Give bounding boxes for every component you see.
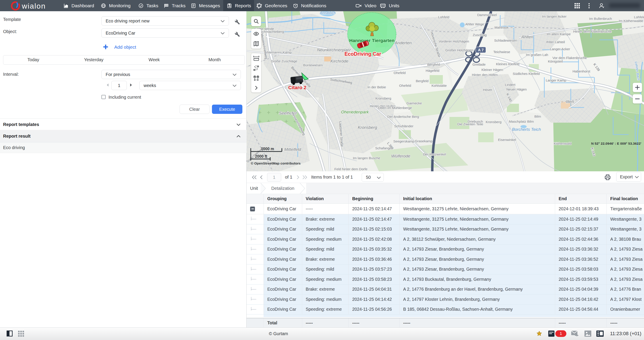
- svg-text:Feld hinter dem Dorfe: Feld hinter dem Dorfe: [334, 167, 368, 171]
- svg-text:Großer Holzhägen: Großer Holzhägen: [445, 48, 474, 52]
- svg-text:Dammwinkel: Dammwinkel: [477, 13, 497, 17]
- svg-text:Gretlade: Gretlade: [472, 63, 486, 66]
- svg-text:Südliches Kleifeld: Südliches Kleifeld: [513, 72, 540, 76]
- svg-text:Neuer Hägen: Neuer Hägen: [506, 87, 527, 91]
- svg-text:Hinter dem Flakenbruche: Hinter dem Flakenbruche: [573, 29, 612, 33]
- svg-text:Bergfeld: Bergfeld: [427, 63, 440, 66]
- svg-text:Ihlter Lahteil: Ihlter Lahteil: [546, 40, 565, 44]
- svg-text:Hägefeld: Hägefeld: [426, 69, 439, 72]
- svg-text:Ohefeld: Ohefeld: [399, 84, 411, 87]
- svg-text:Vorderer Holzhägen: Vorderer Holzhägen: [439, 39, 469, 43]
- svg-text:Habenhorst: Habenhorst: [572, 69, 590, 73]
- svg-text:Schuhländer: Schuhländer: [394, 124, 413, 128]
- svg-text:Köthenwald: Köthenwald: [554, 142, 572, 145]
- svg-text:Kirchröde: Kirchröde: [330, 59, 348, 63]
- svg-text:Ahlten: Ahlten: [521, 34, 533, 39]
- svg-text:Kohlstätte: Kohlstätte: [432, 84, 447, 87]
- svg-text:Lohfeld: Lohfeld: [438, 15, 450, 19]
- svg-text:Im langen Busche: Im langen Busche: [353, 156, 380, 160]
- svg-text:1000 m: 1000 m: [261, 147, 274, 151]
- svg-text:Im alten Kampe: Im alten Kampe: [547, 32, 571, 36]
- svg-text:Oheriedenpark: Oheriedenpark: [341, 110, 369, 114]
- svg-text:In der Bebie: In der Bebie: [368, 85, 386, 89]
- svg-text:Im Bullenbruch: Im Bullenbruch: [589, 17, 612, 20]
- svg-text:Oben im Mühlenberge: Oben im Mühlenberge: [378, 106, 412, 110]
- svg-text:Ohefeld: Ohefeld: [394, 71, 406, 75]
- svg-text:Annateich: Annateich: [320, 11, 336, 15]
- svg-text:Langer Acker: Langer Acker: [550, 47, 570, 51]
- svg-text:Mittelfeld: Mittelfeld: [284, 147, 301, 152]
- svg-text:2000 ft: 2000 ft: [255, 154, 267, 159]
- svg-text:A 7: A 7: [478, 48, 484, 52]
- svg-text:Ahlter Wege: Ahlter Wege: [465, 22, 484, 26]
- svg-text:Lohfeld: Lohfeld: [634, 15, 644, 19]
- svg-text:EcoDriving Car: EcoDriving Car: [344, 51, 381, 57]
- svg-text:Große Zuschläge: Große Zuschläge: [271, 59, 297, 63]
- svg-text:Hannover Tiergarten: Hannover Tiergarten: [349, 38, 394, 43]
- svg-text:Hinter den Höfen: Hinter den Höfen: [472, 73, 498, 77]
- svg-text:Büntewiesen: Büntewiesen: [303, 63, 323, 67]
- svg-text:Kleiner Hägen: Kleiner Hägen: [482, 68, 503, 72]
- svg-text:Seegerskamp: Seegerskamp: [393, 139, 414, 143]
- svg-text:Zuschlag: Zuschlag: [473, 33, 487, 37]
- svg-text:Kleines Kleifeld: Kleines Kleifeld: [496, 62, 520, 66]
- svg-text:Teichwiese: Teichwiese: [493, 50, 510, 54]
- svg-text:Bergfeld: Bergfeld: [416, 79, 428, 83]
- svg-text:Grasekamp: Grasekamp: [415, 139, 432, 143]
- svg-text:Im langen Acker: Im langen Acker: [542, 14, 566, 18]
- svg-text:© OpenStreetMap contributors: © OpenStreetMap contributors: [251, 162, 300, 165]
- svg-text:Vor dem Flakenbruche: Vor dem Flakenbruche: [552, 56, 587, 60]
- svg-text:Borcherts Teich: Borcherts Teich: [512, 127, 541, 132]
- svg-text:Driebusch: Driebusch: [468, 120, 483, 123]
- svg-text:Ahlemanns Kamp: Ahlemanns Kamp: [265, 50, 292, 54]
- svg-text:Citaro 2: Citaro 2: [288, 85, 306, 90]
- svg-text:Kronsberg: Kronsberg: [486, 120, 502, 124]
- svg-text:Ilten: Ilten: [566, 99, 574, 104]
- svg-text:Maschplatz Bilm: Maschplatz Bilm: [509, 120, 534, 123]
- svg-text:Gaimecke: Gaimecke: [406, 101, 422, 105]
- svg-text:Anderten: Anderten: [394, 40, 412, 45]
- svg-text:Der Rotzwinkel: Der Rotzwinkel: [423, 152, 446, 156]
- svg-text:Lindert: Lindert: [505, 83, 516, 87]
- svg-text:Mahlrook: Mahlrook: [494, 25, 508, 29]
- svg-text:Bilm: Bilm: [534, 115, 541, 118]
- svg-text:Kronsberg: Kronsberg: [358, 125, 377, 130]
- svg-text:Königsteil: Königsteil: [548, 59, 562, 63]
- svg-text:Wülferode: Wülferode: [391, 154, 410, 158]
- svg-text:Im Köthenwalde: Im Köthenwalde: [619, 19, 643, 23]
- svg-text:Schladewiesen: Schladewiesen: [494, 38, 517, 42]
- svg-text:Eisenwinkel: Eisenwinkel: [498, 138, 516, 142]
- svg-text:N 52° 22.0946' : E 009° 53.362: N 52° 22.0946' : E 009° 53.3622': [591, 142, 641, 145]
- svg-text:Langer Kamp: Langer Kamp: [546, 78, 566, 82]
- svg-text:Im großen Lah: Im großen Lah: [526, 53, 548, 57]
- svg-text:Der Andertsche Berg: Der Andertsche Berg: [387, 115, 419, 119]
